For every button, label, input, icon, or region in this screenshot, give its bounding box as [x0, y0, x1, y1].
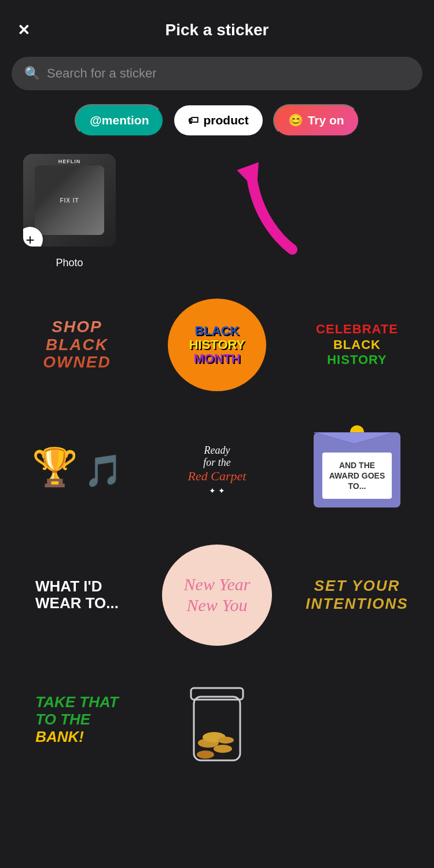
sticker-grammy-awards[interactable]: 🏆 🎵	[12, 412, 142, 528]
pointing-arrow	[234, 160, 315, 258]
svg-point-5	[214, 745, 232, 753]
grammy-visual: 🏆 🎵	[32, 446, 123, 495]
envelope-body: AND THE AWARD GOES TO...	[314, 432, 400, 507]
trophy-icon: 🏆	[32, 446, 78, 489]
page-title: Pick a sticker	[165, 21, 269, 39]
search-input[interactable]: Search for a sticker	[47, 66, 157, 81]
svg-marker-1	[314, 432, 395, 444]
sticker-set-intentions[interactable]: SET YOURINTENTIONS	[292, 537, 422, 653]
photo-sticker-item[interactable]: HEFLIN FIX IT + Photo	[12, 154, 127, 269]
sticker-award-envelope[interactable]: AND THE AWARD GOES TO...	[292, 412, 422, 528]
sticker-new-year-new-you[interactable]: New YearNew You	[152, 537, 282, 653]
svg-point-8	[218, 737, 234, 744]
new-year-text: New YearNew You	[184, 574, 251, 616]
sticker-celebrate-black-history[interactable]: CELEBRATE BLACK HISTORY	[292, 287, 422, 403]
tryon-face-icon: 😊	[288, 113, 303, 127]
award-text: AND THE AWARD GOES TO...	[322, 453, 392, 499]
mention-label: @mention	[90, 113, 149, 127]
top-row: HEFLIN FIX IT + Photo	[12, 154, 422, 270]
product-label: product	[203, 113, 248, 127]
sticker-take-that-to-bank[interactable]: TAKE THATTO THE BANK!	[12, 662, 142, 778]
sticker-grid: SHOPBLACKOWNED BLACK HISTORY MONTH CELEB…	[12, 287, 422, 778]
arrow-indicator	[127, 154, 422, 258]
mention-button[interactable]: @mention	[75, 104, 164, 137]
photo-thumbnail: HEFLIN FIX IT +	[23, 154, 116, 247]
shop-black-owned-text: SHOPBLACKOWNED	[43, 318, 111, 372]
new-year-visual: New YearNew You	[162, 545, 272, 646]
take-bank-text: TAKE THATTO THE BANK!	[35, 694, 118, 746]
gramophone-icon: 🎵	[84, 453, 123, 489]
sticker-what-id-wear[interactable]: WHAT I'DWEAR TO...	[12, 537, 142, 653]
search-icon: 🔍	[24, 66, 40, 81]
set-intentions-text: SET YOURINTENTIONS	[306, 577, 408, 613]
tryon-button[interactable]: 😊 Try on	[273, 104, 359, 137]
tag-icon: 🏷	[188, 115, 198, 127]
jar-svg	[182, 674, 252, 766]
content-area: HEFLIN FIX IT + Photo SHOPBLACKOWNED	[0, 154, 434, 868]
sticker-red-carpet[interactable]: Ready for the Red Carpet ✦ ✦	[152, 412, 282, 528]
what-id-wear-text: WHAT I'DWEAR TO...	[35, 578, 119, 611]
photo-label: Photo	[56, 257, 83, 269]
celebrate-text: CELEBRATE BLACK HISTORY	[316, 322, 398, 367]
red-carpet-text: Ready for the Red Carpet ✦ ✦	[188, 444, 247, 495]
top-bar: ✕ Pick a sticker	[0, 0, 434, 51]
sticker-coins-jar[interactable]	[152, 662, 282, 778]
envelope-visual: AND THE AWARD GOES TO...	[314, 432, 400, 507]
burst-background: BLACK HISTORY MONTH	[168, 299, 266, 391]
product-button[interactable]: 🏷 product	[174, 105, 262, 135]
sticker-black-history-month[interactable]: BLACK HISTORY MONTH	[152, 287, 282, 403]
svg-point-7	[197, 751, 214, 759]
close-button[interactable]: ✕	[17, 23, 30, 38]
tryon-label: Try on	[308, 113, 344, 127]
sticker-shop-black-owned[interactable]: SHOPBLACKOWNED	[12, 287, 142, 403]
jar-visual	[182, 674, 252, 766]
search-bar[interactable]: 🔍 Search for a sticker	[12, 57, 422, 90]
sticker-type-buttons: @mention 🏷 product 😊 Try on	[0, 104, 434, 154]
close-icon[interactable]: ✕	[17, 21, 30, 39]
